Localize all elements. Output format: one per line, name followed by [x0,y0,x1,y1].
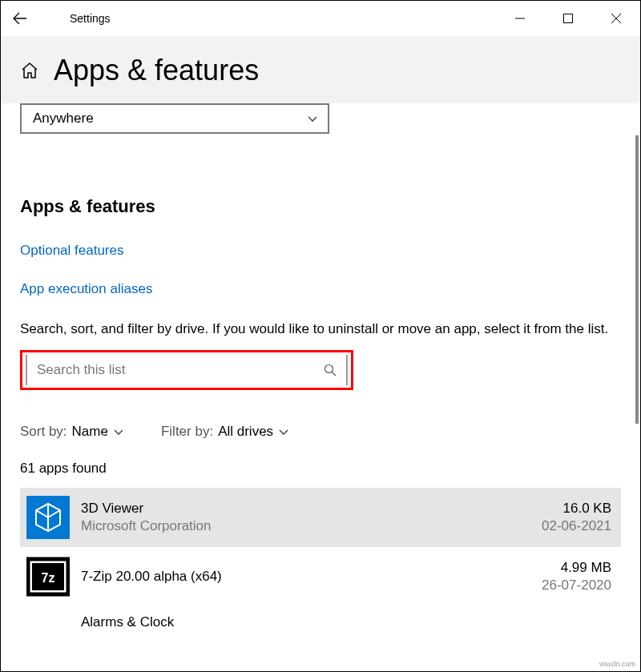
svg-line-5 [333,372,337,376]
svg-text:7z: 7z [42,571,55,585]
help-text: Search, sort, and filter by drive. If yo… [20,320,621,339]
chevron-down-icon [307,113,318,124]
svg-rect-1 [564,14,573,23]
maximize-button[interactable] [544,1,592,36]
window-title: Settings [39,12,111,25]
filter-label: Filter by: [161,424,213,440]
app-icon-3d-viewer [26,496,70,539]
app-meta: 4.99 MB 26-07-2020 [542,560,611,594]
sort-value: Name [72,424,108,440]
watermark: wsxdn.com [599,660,635,668]
app-name: 7-Zip 20.00 alpha (x64) [81,569,542,585]
optional-features-link[interactable]: Optional features [20,243,621,259]
app-name: Alarms & Clock [81,614,611,630]
install-source-value: Anywhere [33,111,94,127]
maximize-icon [563,14,573,23]
back-button[interactable] [1,1,39,36]
app-size: 16.0 KB [542,501,611,517]
close-icon [611,14,621,23]
app-info: 7-Zip 20.00 alpha (x64) [81,569,542,585]
apps-count: 61 apps found [20,461,621,477]
app-execution-aliases-link[interactable]: App execution aliases [20,281,621,297]
svg-point-4 [325,364,333,372]
app-size: 4.99 MB [542,560,611,576]
app-list: 3D Viewer Microsoft Corporation 16.0 KB … [20,488,621,630]
close-button[interactable] [592,1,640,36]
app-row-7zip[interactable]: 7z 7-Zip 20.00 alpha (x64) 4.99 MB 26-07… [20,547,621,606]
search-icon [324,364,337,376]
arrow-left-icon [13,11,27,26]
search-highlight [20,350,353,390]
chevron-down-icon [113,426,124,437]
titlebar: Settings [1,1,640,36]
search-input[interactable] [37,362,324,378]
content-area: Anywhere Apps & features Optional featur… [1,103,640,630]
home-icon-svg [20,61,39,80]
app-row-alarms[interactable]: Alarms & Clock [20,614,621,630]
app-publisher: Microsoft Corporation [81,518,542,534]
scrollbar[interactable] [635,135,639,424]
chevron-down-icon [278,426,289,437]
section-heading: Apps & features [20,196,621,217]
app-name: 3D Viewer [81,501,542,517]
minimize-button[interactable] [496,1,544,36]
home-icon[interactable] [20,61,39,80]
filter-by-control[interactable]: Filter by: All drives [161,424,289,440]
app-date: 26-07-2020 [542,577,611,594]
install-source-select[interactable]: Anywhere [20,103,329,134]
page-title: Apps & features [54,54,259,87]
app-info: 3D Viewer Microsoft Corporation [81,501,542,534]
app-icon-7zip: 7z [26,555,70,598]
sort-label: Sort by: [20,424,67,440]
sort-filter-row: Sort by: Name Filter by: All drives [20,424,621,440]
window-controls [496,1,640,36]
sort-by-control[interactable]: Sort by: Name [20,424,124,440]
minimize-icon [515,14,525,23]
app-meta: 16.0 KB 02-06-2021 [542,501,611,534]
search-box[interactable] [26,355,348,385]
filter-value: All drives [218,424,273,440]
app-date: 02-06-2021 [542,518,611,534]
page-header: Apps & features [1,36,640,103]
app-row-3d-viewer[interactable]: 3D Viewer Microsoft Corporation 16.0 KB … [20,488,621,547]
